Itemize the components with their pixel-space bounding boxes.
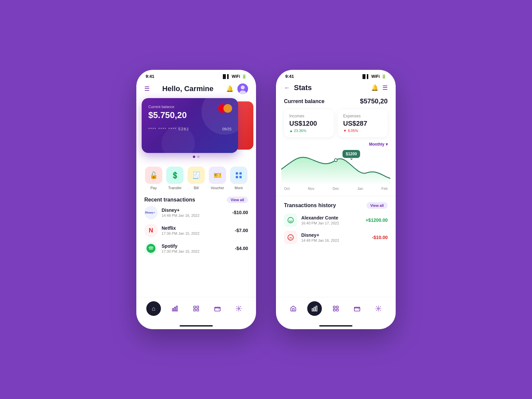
more-label: More [234,186,243,190]
balance-row: Current balance $5750,20 [276,96,396,109]
battery-icon: 🔋 [242,74,247,79]
card-section: Current balance $5.750,20 **** **** ****… [136,98,256,161]
spotify-amount: -$4.00 [235,246,248,251]
action-voucher[interactable]: 🎫 Voucher [209,167,226,190]
svg-rect-11 [176,306,177,311]
status-bar-left: 9:41 ▐▌▌ WiFi 🔋 [136,70,256,81]
history-disney[interactable]: Disney+ 14:48 PM Jan 16, 2022 -$10.00 [284,231,388,244]
alexander-time: 16:40 PM Jan 17, 2022 [301,221,361,225]
nav-settings-right[interactable] [371,301,386,316]
avatar[interactable] [237,83,248,94]
chart-area: $1200 Oct Nov Dec Jan Feb [276,147,396,194]
menu-icon[interactable]: ☰ [144,85,150,92]
nav-home-left[interactable]: ⌂ [146,301,161,316]
battery-icon-right: 🔋 [381,74,386,79]
recent-transactions-header: Recent transactions View all [136,193,256,206]
netflix-name: Netflix [162,225,231,231]
action-pay[interactable]: 🔓 Pay [145,167,162,190]
disney-history-info: Disney+ 14:48 PM Jan 16, 2022 [301,232,368,242]
netflix-amount: -$7.00 [235,228,248,233]
disney-history-name: Disney+ [301,232,368,238]
alexander-info: Alexander Conte 16:40 PM Jan 17, 2022 [301,215,361,225]
history-items: Alexander Conte 16:40 PM Jan 17, 2022 +$… [284,213,388,244]
expense-change: ▼ 8.05% [343,129,382,133]
monthly-label: Monthly [369,142,384,147]
disney-history-time: 14:48 PM Jan 16, 2022 [301,238,368,242]
income-value: US$1200 [289,120,329,127]
dropdown-chevron: ▾ [386,142,388,147]
bell-icon-right[interactable]: 🔔 [371,84,378,91]
expense-card: Expenses US$287 ▼ 8.05% [338,109,388,137]
menu-icon-right[interactable]: ☰ [382,84,388,91]
expense-value: US$287 [343,120,382,127]
home-bar-left [180,325,213,327]
nav-chart-right[interactable] [307,301,322,316]
stats-title: Stats [294,83,312,92]
nav-grid-left[interactable] [189,301,203,316]
disney-history-amount: -$10.00 [372,235,388,240]
transaction-list: Disney+ Disney+ 14:48 PM Jan 16, 2022 -$… [136,206,256,255]
chart-header: Monthly ▾ [276,141,396,147]
balance-amount: $5750,20 [360,97,388,105]
nav-home-right[interactable] [286,301,301,316]
home-bar-right [319,325,352,327]
history-alexander[interactable]: Alexander Conte 16:40 PM Jan 17, 2022 +$… [284,213,388,227]
view-all-button-left[interactable]: View all [227,197,248,203]
nav-wallet-right[interactable] [350,301,364,316]
history-section: Transactions history View all Alexander … [276,198,396,297]
nav-grid-right[interactable] [329,301,343,316]
svg-rect-25 [333,306,335,308]
svg-rect-12 [194,306,196,308]
disney-name: Disney+ [162,207,228,213]
disney-time: 14:48 PM Jan 16, 2022 [162,213,228,217]
pay-label: Pay [151,186,157,190]
pay-icon-wrap: 🔓 [145,167,162,184]
action-bill[interactable]: 🧾 Bill [188,167,205,190]
signal-icon-right: ▐▌▌ [361,74,370,79]
bell-icon[interactable]: 🔔 [226,85,233,92]
chart-label-jan: Jan [357,187,363,191]
transaction-disney[interactable]: Disney+ Disney+ 14:48 PM Jan 16, 2022 -$… [144,206,248,219]
view-all-button-right[interactable]: View all [366,202,388,209]
svg-rect-24 [316,306,317,311]
svg-rect-26 [336,306,338,308]
transfer-icon-wrap: 💲 [166,167,184,184]
income-card: Incomes US$1200 ▲ 23.36% [284,109,334,137]
nav-settings-left[interactable] [231,301,246,316]
home-indicator-right [276,323,396,329]
disney-info: Disney+ 14:48 PM Jan 16, 2022 [162,207,228,217]
income-change: ▲ 23.36% [289,129,329,133]
nav-chart-left[interactable] [168,301,182,316]
stats-header-icons: 🔔 ☰ [371,84,388,91]
time-left: 9:41 [146,74,154,79]
greeting-text: Hello, Carmine [162,84,213,93]
status-icons-left: ▐▌▌ WiFi 🔋 [221,74,247,79]
netflix-info: Netflix 17:36 PM Jan 15, 2022 [162,225,231,235]
left-phone: 9:41 ▐▌▌ WiFi 🔋 ☰ Hello, Carmine 🔔 [136,70,256,329]
card-bottom: **** **** **** 5282 09/25 [148,127,231,131]
svg-rect-9 [173,309,174,311]
divider [276,196,396,196]
monthly-filter[interactable]: Monthly ▾ [369,142,388,147]
svg-rect-10 [174,307,175,311]
netflix-logo: N [144,224,158,237]
chart-label-nov: Nov [308,187,315,191]
nav-wallet-left[interactable] [210,301,225,316]
spotify-name: Spotify [162,243,231,249]
back-button[interactable]: ← [284,84,290,91]
primary-card[interactable]: Current balance $5.750,20 **** **** ****… [142,98,238,153]
svg-rect-4 [239,172,242,175]
svg-rect-13 [197,306,199,308]
action-transfer[interactable]: 💲 Transfer [166,167,184,190]
mastercard-logo [218,104,232,113]
transaction-spotify[interactable]: Spotify 17:30 PM Jan 15, 2022 -$4.00 [144,242,248,255]
svg-rect-23 [314,307,315,311]
transaction-netflix[interactable]: N Netflix 17:36 PM Jan 15, 2022 -$7.00 [144,224,248,237]
action-more[interactable]: More [230,167,247,190]
svg-rect-28 [336,309,338,311]
income-icon [284,213,297,227]
bottom-nav-left: ⌂ [136,297,256,323]
svg-rect-6 [239,176,242,178]
chart-tooltip: $1200 [342,150,360,158]
signal-icon: ▐▌▌ [221,74,230,79]
